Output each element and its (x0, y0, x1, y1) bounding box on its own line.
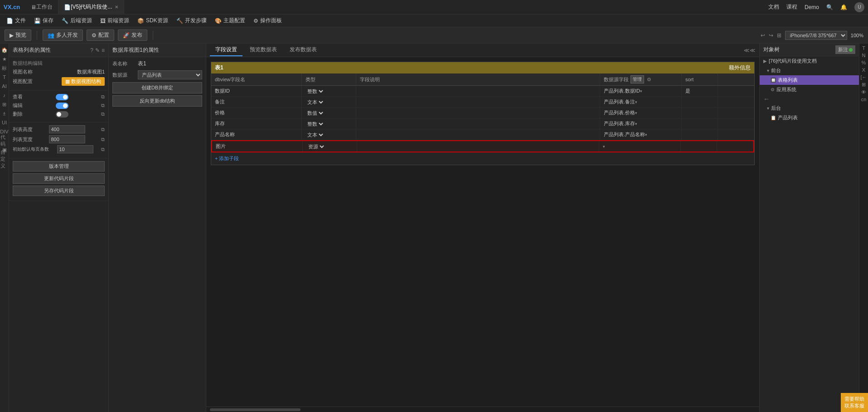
help-bar[interactable]: 需要帮助联系客服 (841, 393, 868, 412)
tree-item-backend[interactable]: ▾ 后台 (760, 103, 859, 113)
deploy-btn[interactable]: ⚙ 配置 (87, 29, 114, 41)
menu-save[interactable]: 💾 保存 (30, 16, 57, 25)
source-arrow-1[interactable]: ▾ (635, 100, 637, 104)
tree-item-productlist[interactable]: 📋 产品列表 (760, 113, 859, 123)
cell-type-2[interactable]: 数值 (302, 108, 356, 118)
menu-devstep[interactable]: 🔨 开发步骤 (173, 16, 210, 25)
nav-courses[interactable]: 课程 (786, 3, 797, 11)
redo-icon[interactable]: ↪ (769, 32, 773, 39)
edge-N[interactable]: N (862, 53, 866, 58)
logo[interactable]: VX.cn (4, 4, 20, 10)
sidebar-music-icon[interactable]: ♪ (0, 91, 9, 99)
sidebar-ai-icon[interactable]: AI (0, 82, 9, 90)
tree-item-frontend[interactable]: ▾ 前台 (760, 66, 859, 75)
source-arrow-0[interactable]: ▾ (640, 89, 642, 93)
multi-dev-btn[interactable]: 👥 多人开发 (43, 29, 83, 41)
collapse-icon[interactable]: ≪≪ (744, 47, 756, 54)
tree-item-doc[interactable]: ▶ [76]代码片段使用文档 (760, 56, 859, 66)
sidebar-module-icon[interactable]: ⊞ (0, 100, 9, 108)
delete-copy-icon[interactable]: ⧉ (101, 111, 105, 117)
type-select-5[interactable]: 资源 (306, 143, 325, 150)
sidebar-home-icon[interactable]: 🏠 (0, 46, 9, 54)
sidebar-custom-icon[interactable]: 自定义 (0, 155, 9, 163)
type-select-4[interactable]: 文本 (305, 132, 325, 138)
default-rows-input[interactable] (57, 145, 93, 153)
avatar[interactable]: U (854, 2, 864, 12)
nav-docs[interactable]: 文档 (768, 3, 779, 11)
source-arrow-3[interactable]: ▾ (635, 122, 637, 126)
new-btn[interactable]: 新注 (835, 45, 855, 54)
create-db-btn[interactable]: 创建DB并绑定 (112, 82, 202, 93)
edge-percent[interactable]: % (862, 60, 866, 65)
sidebar-pm-icon[interactable]: ± (0, 109, 9, 118)
edge-cn[interactable]: cn (861, 97, 867, 102)
row-width-input[interactable] (49, 135, 85, 143)
tree-item-tablelist[interactable]: 🔲 表格列表 (760, 75, 859, 85)
edge-bracket[interactable]: [← (860, 74, 867, 80)
sidebar-t-icon[interactable]: T (0, 73, 9, 81)
menu-theme[interactable]: 🎨 主题配置 (211, 16, 249, 25)
tab-publish-data[interactable]: 发布数据表 (284, 44, 322, 56)
row-height-copy-icon[interactable]: ⧉ (101, 127, 105, 132)
menu-opanel[interactable]: ⚙ 操作面板 (250, 16, 286, 25)
sidebar-std-icon[interactable]: 标 (0, 64, 9, 72)
source-arrow-5[interactable]: ▾ (603, 144, 605, 149)
tab-codeseg[interactable]: 📄 [V5]代码片段使... ✕ (58, 0, 124, 14)
sidebar-star-icon[interactable]: ★ (0, 55, 9, 63)
type-select-1[interactable]: 文本 (305, 99, 325, 105)
edge-eye[interactable]: 👁 (861, 89, 866, 95)
add-row-btn[interactable]: + 添加子段 (215, 156, 239, 161)
view-copy-icon[interactable]: ⧉ (101, 94, 105, 100)
edit-toggle[interactable] (56, 103, 68, 109)
update-btn[interactable]: 更新代码片段 (13, 173, 105, 184)
row-width-copy-icon[interactable]: ⧉ (101, 137, 105, 142)
view-config-btn[interactable]: ▦ 数据视图结构 (62, 77, 105, 86)
undo-icon[interactable]: ↩ (761, 32, 765, 39)
publish-btn[interactable]: 🚀 发布 (118, 29, 147, 41)
bell-icon[interactable]: 🔔 (840, 4, 847, 10)
tab-preview-data[interactable]: 预览数据表 (244, 44, 282, 56)
cell-type-1[interactable]: 文本 (302, 97, 356, 107)
props-help-icon[interactable]: ? (90, 47, 93, 54)
props-edit-icon[interactable]: ✎ (95, 47, 100, 54)
tree-item-appsys[interactable]: ⚙ 应用系统 (760, 85, 859, 94)
preview-btn[interactable]: ▶ 预览 (5, 29, 31, 41)
props-menu-icon[interactable]: ≡ (102, 47, 105, 54)
data-source-select[interactable]: 产品列表 (138, 70, 202, 79)
nav-demo[interactable]: Demo (805, 4, 819, 10)
source-arrow-2[interactable]: ▾ (635, 111, 637, 115)
cell-type-5[interactable]: 资源 (303, 141, 357, 152)
sidebar-ui-icon[interactable]: UI (0, 118, 9, 127)
menu-file[interactable]: 📄 文件 (3, 16, 29, 25)
default-rows-copy-icon[interactable]: ⧉ (101, 147, 105, 152)
search-icon[interactable]: 🔍 (826, 4, 833, 10)
menu-backend[interactable]: 🔧 后端资源 (58, 16, 96, 25)
menu-sdk[interactable]: 📦 SDK资源 (134, 16, 172, 25)
reverse-update-btn[interactable]: 反向更新db结构 (112, 95, 202, 107)
sidebar-code-icon[interactable]: 代码 (0, 137, 9, 145)
edge-x[interactable]: X (862, 67, 865, 73)
manage-settings-icon[interactable]: ⚙ (647, 77, 651, 83)
version-btn[interactable]: 版本管理 (13, 161, 105, 172)
align-icon[interactable]: ⊞ (777, 32, 781, 39)
tab-close-icon[interactable]: ✕ (115, 5, 118, 10)
horizontal-scrollbar[interactable] (210, 408, 301, 411)
edge-T[interactable]: T (862, 45, 865, 51)
tab-field-settings[interactable]: 字段设置 (210, 44, 242, 56)
manage-btn[interactable]: 管理 (630, 75, 644, 83)
type-select-2[interactable]: 数值 (305, 110, 325, 116)
save-as-btn[interactable]: 另存代码片段 (13, 186, 105, 196)
delete-toggle[interactable] (56, 111, 68, 118)
type-select-3[interactable]: 整数 (305, 121, 325, 127)
view-toggle[interactable] (56, 94, 68, 100)
cell-type-3[interactable]: 整数 (302, 118, 356, 129)
tab-workspace[interactable]: 🖥 工作台 (25, 0, 58, 14)
edit-copy-icon[interactable]: ⧉ (101, 103, 105, 108)
type-select-0[interactable]: 整数 (305, 88, 325, 94)
device-select[interactable]: iPhone6/7/8 375*667 (785, 31, 847, 40)
cell-type-4[interactable]: 文本 (302, 129, 356, 140)
row-height-input[interactable] (49, 125, 85, 133)
edge-grid[interactable]: ⊞ (862, 82, 866, 88)
menu-frontend[interactable]: 🖼 前端资源 (97, 16, 133, 25)
back-icon[interactable]: ← (763, 95, 770, 103)
